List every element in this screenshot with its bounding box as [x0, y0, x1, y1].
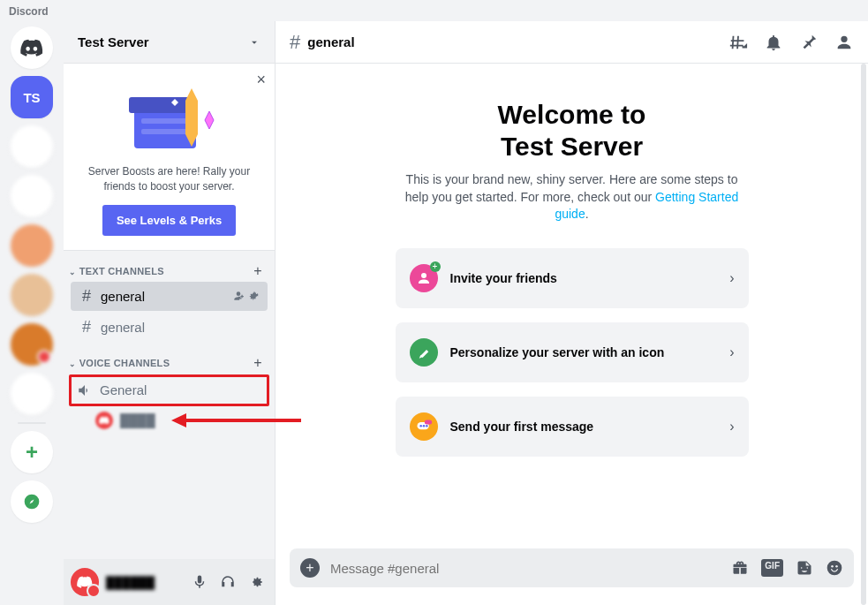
chevron-right-icon: ›	[729, 270, 734, 286]
hash-icon: #	[78, 318, 95, 337]
server-header[interactable]: Test Server	[64, 21, 275, 64]
svg-rect-4	[129, 97, 191, 113]
content-area: # general Welcome to Test Server This is…	[275, 21, 868, 605]
attach-icon[interactable]: +	[300, 558, 320, 578]
compose-inner: + GIF	[290, 548, 854, 587]
server-pill[interactable]	[11, 224, 53, 267]
server-separator	[18, 422, 46, 424]
channel-top-bar: # general	[275, 21, 868, 64]
boost-button[interactable]: See Levels & Perks	[102, 205, 236, 236]
hash-icon: #	[290, 31, 300, 54]
mic-icon[interactable]	[188, 571, 211, 594]
invite-icon[interactable]	[232, 290, 245, 302]
welcome-area: Welcome to Test Server This is your bran…	[275, 64, 868, 548]
server-name: Test Server	[78, 34, 149, 49]
category-label: ⌄ VOICE CHANNELS	[69, 358, 170, 368]
svg-rect-2	[141, 118, 189, 124]
server-pill[interactable]	[11, 274, 53, 316]
add-server-button[interactable]: +	[11, 431, 53, 473]
compass-icon	[23, 493, 41, 510]
channel-actions	[232, 290, 260, 302]
invite-icon: +	[410, 264, 438, 292]
server-pill-active[interactable]: TS	[11, 76, 53, 118]
compose-bar: + GIF	[275, 548, 868, 605]
annotation-highlight-box: General	[69, 374, 269, 406]
explore-servers-button[interactable]	[11, 480, 53, 523]
scrollbar[interactable]	[861, 64, 866, 605]
onboarding-cards: + Invite your friends › Personalize your…	[396, 248, 749, 457]
paint-icon	[410, 338, 438, 367]
personalize-server-card[interactable]: Personalize your server with an icon ›	[396, 322, 749, 382]
gear-icon[interactable]	[248, 290, 260, 302]
svg-rect-3	[141, 129, 189, 134]
voice-channel-general[interactable]: General	[72, 377, 267, 404]
pin-icon[interactable]	[799, 33, 819, 52]
card-label: Personalize your server with an icon	[450, 345, 718, 359]
emoji-icon[interactable]	[826, 559, 843, 577]
category-text-channels[interactable]: ⌄ TEXT CHANNELS +	[64, 251, 275, 281]
server-pill[interactable]	[11, 175, 53, 217]
chevron-down-icon	[248, 36, 260, 49]
home-button[interactable]	[11, 26, 53, 69]
svg-point-13	[835, 565, 838, 568]
svg-point-11	[827, 561, 842, 576]
hash-icon: #	[78, 287, 95, 306]
boost-card: × Server Boosts are here! Rally your fri…	[64, 64, 275, 251]
speaker-icon	[77, 382, 94, 398]
text-channel-general-selected[interactable]: # general	[71, 282, 268, 311]
discord-logo-icon	[20, 39, 43, 57]
card-label: Invite your friends	[450, 271, 718, 285]
add-channel-icon[interactable]: +	[253, 263, 268, 279]
gift-icon[interactable]	[731, 559, 749, 577]
add-channel-icon[interactable]: +	[253, 355, 268, 371]
svg-rect-5	[185, 101, 198, 134]
settings-gear-icon[interactable]	[245, 571, 268, 594]
message-input[interactable]	[330, 561, 721, 576]
member-name: ████	[120, 413, 155, 427]
user-panel: ██████	[64, 559, 275, 605]
boost-illustration	[78, 78, 260, 157]
category-voice-channels[interactable]: ⌄ VOICE CHANNELS +	[64, 343, 275, 373]
bell-icon[interactable]	[764, 33, 783, 52]
boost-text: Server Boosts are here! Rally your frien…	[78, 164, 260, 194]
send-first-message-card[interactable]: Send your first message ›	[396, 397, 749, 457]
gif-icon[interactable]: GIF	[761, 559, 783, 577]
svg-point-9	[426, 425, 428, 427]
server-pill[interactable]	[11, 125, 53, 168]
avatar-icon	[95, 412, 113, 429]
compose-icons: GIF	[731, 559, 843, 577]
channel-label: General	[100, 382, 147, 397]
welcome-subtitle: This is your brand new, shiny server. He…	[404, 171, 740, 223]
channel-label: general	[101, 320, 145, 335]
channel-sidebar: Test Server × Server Boosts are he	[64, 21, 275, 605]
chevron-right-icon: ›	[729, 419, 734, 435]
sticker-icon[interactable]	[796, 559, 813, 577]
chat-icon	[410, 412, 438, 441]
text-channel-general[interactable]: # general	[71, 313, 268, 342]
headphones-icon[interactable]	[216, 571, 239, 594]
user-avatar[interactable]	[71, 568, 99, 596]
close-icon[interactable]: ×	[256, 71, 266, 89]
server-pill[interactable]	[11, 323, 53, 366]
channel-title: general	[307, 34, 354, 49]
welcome-title: Welcome to Test Server	[498, 99, 646, 163]
svg-point-8	[422, 425, 425, 427]
top-bar-icons	[728, 33, 854, 52]
app-title: Discord	[9, 5, 49, 18]
user-controls	[188, 571, 268, 594]
server-pill[interactable]	[11, 373, 53, 415]
category-label: ⌄ TEXT CHANNELS	[69, 266, 164, 276]
main-layout: TS + Test Server ×	[0, 21, 868, 605]
voice-member[interactable]: ████	[64, 408, 275, 433]
server-list: TS +	[0, 21, 64, 605]
user-name: ██████	[106, 576, 181, 589]
svg-point-12	[831, 565, 834, 568]
svg-point-7	[419, 425, 422, 427]
threads-icon[interactable]	[728, 33, 748, 52]
channel-label: general	[101, 289, 145, 304]
invite-friends-card[interactable]: + Invite your friends ›	[396, 248, 749, 308]
members-icon[interactable]	[834, 33, 854, 52]
chevron-right-icon: ›	[729, 344, 734, 360]
card-label: Send your first message	[450, 420, 718, 434]
svg-rect-10	[424, 420, 431, 424]
